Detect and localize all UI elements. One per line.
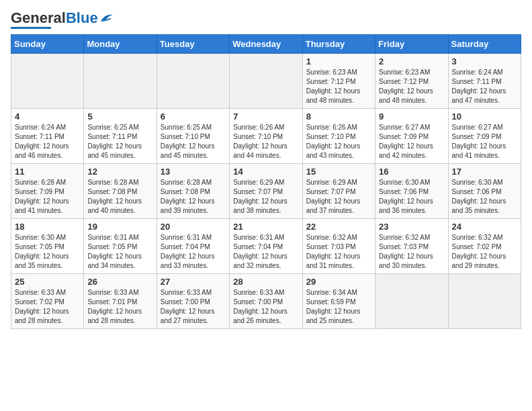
day-info: Sunrise: 6:30 AM Sunset: 7:06 PM Dayligh…: [379, 178, 444, 216]
weekday-header-saturday: Saturday: [448, 35, 521, 54]
day-number: 6: [161, 111, 226, 122]
day-info: Sunrise: 6:31 AM Sunset: 7:04 PM Dayligh…: [233, 233, 298, 271]
calendar-cell: 19Sunrise: 6:31 AM Sunset: 7:05 PM Dayli…: [84, 219, 157, 274]
calendar-cell: 10Sunrise: 6:27 AM Sunset: 7:09 PM Dayli…: [448, 109, 521, 164]
calendar-cell: 7Sunrise: 6:26 AM Sunset: 7:10 PM Daylig…: [230, 109, 302, 164]
day-number: 13: [161, 167, 226, 177]
logo-bird-icon: [99, 12, 114, 24]
day-number: 10: [452, 111, 517, 122]
day-info: Sunrise: 6:25 AM Sunset: 7:10 PM Dayligh…: [161, 123, 226, 161]
day-info: Sunrise: 6:28 AM Sunset: 7:09 PM Dayligh…: [15, 178, 80, 216]
day-number: 29: [306, 277, 371, 287]
calendar-week-row: 25Sunrise: 6:33 AM Sunset: 7:02 PM Dayli…: [11, 274, 521, 329]
day-info: Sunrise: 6:34 AM Sunset: 6:59 PM Dayligh…: [306, 288, 371, 326]
day-info: Sunrise: 6:33 AM Sunset: 7:00 PM Dayligh…: [233, 288, 298, 326]
logo: GeneralBlue: [11, 11, 114, 29]
day-number: 2: [379, 56, 444, 66]
day-info: Sunrise: 6:32 AM Sunset: 7:03 PM Dayligh…: [379, 233, 444, 271]
day-info: Sunrise: 6:24 AM Sunset: 7:11 PM Dayligh…: [15, 123, 80, 161]
day-number: 25: [15, 277, 80, 287]
day-number: 17: [452, 167, 517, 177]
day-info: Sunrise: 6:29 AM Sunset: 7:07 PM Dayligh…: [306, 178, 371, 216]
calendar-cell: 12Sunrise: 6:28 AM Sunset: 7:08 PM Dayli…: [84, 164, 157, 219]
day-info: Sunrise: 6:24 AM Sunset: 7:11 PM Dayligh…: [452, 68, 517, 105]
day-info: Sunrise: 6:32 AM Sunset: 7:02 PM Dayligh…: [452, 233, 517, 271]
calendar-cell: 16Sunrise: 6:30 AM Sunset: 7:06 PM Dayli…: [375, 164, 448, 219]
calendar-cell: 25Sunrise: 6:33 AM Sunset: 7:02 PM Dayli…: [11, 274, 84, 329]
weekday-header-monday: Monday: [84, 35, 157, 54]
day-number: 5: [87, 111, 152, 122]
day-info: Sunrise: 6:23 AM Sunset: 7:12 PM Dayligh…: [379, 68, 444, 105]
day-info: Sunrise: 6:29 AM Sunset: 7:07 PM Dayligh…: [233, 178, 298, 216]
day-number: 27: [161, 277, 226, 287]
calendar-cell: 13Sunrise: 6:28 AM Sunset: 7:08 PM Dayli…: [157, 164, 229, 219]
day-number: 23: [379, 222, 444, 232]
calendar-cell: 23Sunrise: 6:32 AM Sunset: 7:03 PM Dayli…: [375, 219, 448, 274]
logo-text: GeneralBlue: [11, 11, 98, 26]
calendar-cell: 9Sunrise: 6:27 AM Sunset: 7:09 PM Daylig…: [375, 109, 448, 164]
calendar-cell: 1Sunrise: 6:23 AM Sunset: 7:12 PM Daylig…: [302, 54, 375, 109]
calendar-week-row: 18Sunrise: 6:30 AM Sunset: 7:05 PM Dayli…: [11, 219, 521, 274]
day-number: 12: [87, 167, 152, 177]
weekday-header-sunday: Sunday: [11, 35, 84, 54]
calendar-cell: 18Sunrise: 6:30 AM Sunset: 7:05 PM Dayli…: [11, 219, 84, 274]
day-number: 20: [161, 222, 226, 232]
day-info: Sunrise: 6:26 AM Sunset: 7:10 PM Dayligh…: [233, 123, 298, 161]
day-number: 19: [87, 222, 152, 232]
calendar-cell: [230, 54, 302, 109]
day-number: 22: [306, 222, 371, 232]
day-number: 8: [306, 111, 371, 122]
day-info: Sunrise: 6:27 AM Sunset: 7:09 PM Dayligh…: [379, 123, 444, 161]
weekday-header-wednesday: Wednesday: [230, 35, 302, 54]
day-number: 14: [233, 167, 298, 177]
calendar-cell: 2Sunrise: 6:23 AM Sunset: 7:12 PM Daylig…: [375, 54, 448, 109]
day-number: 7: [233, 111, 298, 122]
calendar-week-row: 11Sunrise: 6:28 AM Sunset: 7:09 PM Dayli…: [11, 164, 521, 219]
day-number: 16: [379, 167, 444, 177]
calendar-cell: [84, 54, 157, 109]
weekday-header-tuesday: Tuesday: [157, 35, 229, 54]
weekday-header-friday: Friday: [375, 35, 448, 54]
calendar-cell: 21Sunrise: 6:31 AM Sunset: 7:04 PM Dayli…: [230, 219, 302, 274]
day-number: 4: [15, 111, 80, 122]
day-number: 1: [306, 56, 371, 66]
day-number: 3: [452, 56, 517, 66]
day-info: Sunrise: 6:30 AM Sunset: 7:06 PM Dayligh…: [452, 178, 517, 216]
day-info: Sunrise: 6:33 AM Sunset: 7:00 PM Dayligh…: [161, 288, 226, 326]
day-info: Sunrise: 6:23 AM Sunset: 7:12 PM Dayligh…: [306, 68, 371, 105]
calendar-cell: 28Sunrise: 6:33 AM Sunset: 7:00 PM Dayli…: [230, 274, 302, 329]
calendar-cell: 5Sunrise: 6:25 AM Sunset: 7:11 PM Daylig…: [84, 109, 157, 164]
day-info: Sunrise: 6:25 AM Sunset: 7:11 PM Dayligh…: [87, 123, 152, 161]
day-info: Sunrise: 6:31 AM Sunset: 7:04 PM Dayligh…: [161, 233, 226, 271]
day-info: Sunrise: 6:26 AM Sunset: 7:10 PM Dayligh…: [306, 123, 371, 161]
day-number: 28: [233, 277, 298, 287]
day-number: 18: [15, 222, 80, 232]
calendar-cell: 8Sunrise: 6:26 AM Sunset: 7:10 PM Daylig…: [302, 109, 375, 164]
day-number: 21: [233, 222, 298, 232]
weekday-header-thursday: Thursday: [302, 35, 375, 54]
calendar-cell: 15Sunrise: 6:29 AM Sunset: 7:07 PM Dayli…: [302, 164, 375, 219]
calendar-cell: 14Sunrise: 6:29 AM Sunset: 7:07 PM Dayli…: [230, 164, 302, 219]
calendar-week-row: 4Sunrise: 6:24 AM Sunset: 7:11 PM Daylig…: [11, 109, 521, 164]
calendar-cell: 4Sunrise: 6:24 AM Sunset: 7:11 PM Daylig…: [11, 109, 84, 164]
page-header: GeneralBlue: [11, 11, 521, 29]
calendar-cell: 27Sunrise: 6:33 AM Sunset: 7:00 PM Dayli…: [157, 274, 229, 329]
calendar-week-row: 1Sunrise: 6:23 AM Sunset: 7:12 PM Daylig…: [11, 54, 521, 109]
weekday-header-row: SundayMondayTuesdayWednesdayThursdayFrid…: [11, 35, 521, 54]
calendar-cell: 17Sunrise: 6:30 AM Sunset: 7:06 PM Dayli…: [448, 164, 521, 219]
calendar-cell: 22Sunrise: 6:32 AM Sunset: 7:03 PM Dayli…: [302, 219, 375, 274]
calendar-cell: 6Sunrise: 6:25 AM Sunset: 7:10 PM Daylig…: [157, 109, 229, 164]
calendar-cell: [448, 274, 521, 329]
day-info: Sunrise: 6:32 AM Sunset: 7:03 PM Dayligh…: [306, 233, 371, 271]
calendar-cell: 20Sunrise: 6:31 AM Sunset: 7:04 PM Dayli…: [157, 219, 229, 274]
day-info: Sunrise: 6:33 AM Sunset: 7:01 PM Dayligh…: [87, 288, 152, 326]
day-info: Sunrise: 6:28 AM Sunset: 7:08 PM Dayligh…: [161, 178, 226, 216]
day-info: Sunrise: 6:30 AM Sunset: 7:05 PM Dayligh…: [15, 233, 80, 271]
calendar-table: SundayMondayTuesdayWednesdayThursdayFrid…: [11, 34, 521, 329]
calendar-cell: [157, 54, 229, 109]
calendar-cell: [11, 54, 84, 109]
calendar-cell: 11Sunrise: 6:28 AM Sunset: 7:09 PM Dayli…: [11, 164, 84, 219]
day-info: Sunrise: 6:27 AM Sunset: 7:09 PM Dayligh…: [452, 123, 517, 161]
calendar-cell: 29Sunrise: 6:34 AM Sunset: 6:59 PM Dayli…: [302, 274, 375, 329]
day-info: Sunrise: 6:31 AM Sunset: 7:05 PM Dayligh…: [87, 233, 152, 271]
